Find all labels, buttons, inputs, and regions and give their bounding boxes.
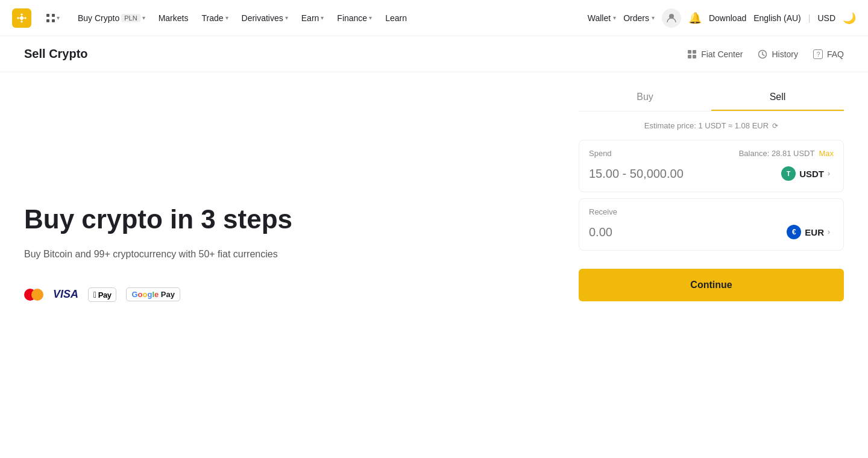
profile-button[interactable] xyxy=(662,8,681,28)
wallet-button[interactable]: Wallet ▾ xyxy=(588,13,616,23)
svg-rect-9 xyxy=(693,55,696,58)
earn-chevron: ▾ xyxy=(321,14,324,21)
right-panel: Buy Sell Estimate price: 1 USDT ≈ 1.08 E… xyxy=(579,72,844,458)
tab-buy[interactable]: Buy xyxy=(579,84,711,111)
navbar: ▾ Buy Crypto PLN ▾ Markets Trade ▾ Deriv… xyxy=(0,0,868,36)
nav-right: Wallet ▾ Orders ▾ 🔔 Download English (AU… xyxy=(588,8,856,28)
spend-input[interactable] xyxy=(589,167,778,181)
svg-rect-6 xyxy=(688,50,691,54)
svg-rect-3 xyxy=(46,19,49,22)
history-button[interactable]: History xyxy=(757,49,798,60)
nav-derivatives[interactable]: Derivatives ▾ xyxy=(236,10,294,27)
eur-icon: € xyxy=(787,225,801,239)
orders-chevron: ▾ xyxy=(652,14,655,21)
download-button[interactable]: Download xyxy=(709,13,746,23)
wallet-chevron: ▾ xyxy=(613,14,616,21)
nav-markets[interactable]: Markets xyxy=(153,10,195,27)
continue-button[interactable]: Continue xyxy=(579,269,844,301)
spend-label-row: Spend Balance: 28.81 USDT Max xyxy=(589,149,834,158)
nav-trade[interactable]: Trade ▾ xyxy=(195,10,234,27)
svg-text:?: ? xyxy=(816,51,820,58)
theme-toggle[interactable]: 🌙 xyxy=(843,11,856,25)
refresh-icon[interactable]: ⟳ xyxy=(772,122,778,130)
spend-balance: Balance: 28.81 USDT Max xyxy=(739,149,834,158)
subheader: Sell Crypto Fiat Center History xyxy=(0,36,868,72)
logo[interactable] xyxy=(12,8,31,28)
payment-icons: VISA  Pay Google Pay xyxy=(24,286,555,304)
spend-currency-name: USDT xyxy=(799,169,824,179)
page-title: Sell Crypto xyxy=(24,47,88,61)
orders-button[interactable]: Orders ▾ xyxy=(623,13,655,23)
estimate-price-text: Estimate price: 1 USDT ≈ 1.08 EUR xyxy=(644,121,769,130)
receive-label-row: Receive xyxy=(589,207,834,216)
clock-icon xyxy=(757,49,768,60)
derivatives-chevron: ▾ xyxy=(285,14,288,21)
svg-rect-4 xyxy=(52,19,55,22)
svg-rect-7 xyxy=(693,50,696,54)
subheader-actions: Fiat Center History ? FAQ xyxy=(687,49,844,60)
receive-currency-selector[interactable]: € EUR › xyxy=(783,222,834,242)
estimate-price-row: Estimate price: 1 USDT ≈ 1.08 EUR ⟳ xyxy=(579,121,844,130)
locale-divider: | xyxy=(808,13,811,23)
spend-currency-chevron: › xyxy=(828,169,830,178)
max-button[interactable]: Max xyxy=(819,149,834,158)
spend-field-container: Spend Balance: 28.81 USDT Max T USDT › xyxy=(579,140,844,192)
nav-earn[interactable]: Earn ▾ xyxy=(295,10,330,27)
applepay-icon:  Pay xyxy=(88,286,116,304)
question-icon: ? xyxy=(813,49,823,60)
buy-crypto-chevron: ▾ xyxy=(142,14,145,21)
pln-badge: PLN xyxy=(121,14,140,22)
receive-currency-chevron: › xyxy=(828,228,830,236)
visa-icon: VISA xyxy=(53,286,78,304)
spend-input-row: T USDT › xyxy=(589,164,834,183)
receive-input-row: € EUR › xyxy=(589,222,834,242)
nav-learn[interactable]: Learn xyxy=(379,10,413,27)
main-content: Buy crypto in 3 steps Buy Bitcoin and 99… xyxy=(0,72,868,458)
usdt-icon: T xyxy=(781,166,796,181)
left-panel: Buy crypto in 3 steps Buy Bitcoin and 99… xyxy=(24,72,579,458)
nav-buy-crypto[interactable]: Buy Crypto PLN ▾ xyxy=(72,10,151,27)
hero-title: Buy crypto in 3 steps xyxy=(24,204,555,235)
trade-tabs: Buy Sell xyxy=(579,84,844,111)
svg-rect-2 xyxy=(52,14,55,17)
svg-rect-1 xyxy=(46,14,49,17)
receive-field-container: Receive € EUR › xyxy=(579,198,844,251)
finance-chevron: ▾ xyxy=(369,14,372,21)
trade-chevron: ▾ xyxy=(225,14,228,21)
grid-menu-button[interactable]: ▾ xyxy=(41,11,64,25)
receive-input[interactable] xyxy=(589,225,783,239)
spend-label: Spend xyxy=(589,149,612,158)
nav-links: Buy Crypto PLN ▾ Markets Trade ▾ Derivat… xyxy=(72,10,585,27)
grid-icon xyxy=(687,49,697,60)
locale-selector[interactable]: English (AU) xyxy=(753,13,801,23)
googlepay-icon: Google Pay xyxy=(126,286,180,304)
receive-currency-name: EUR xyxy=(805,227,824,237)
spend-currency-selector[interactable]: T USDT › xyxy=(778,164,834,183)
fiat-center-button[interactable]: Fiat Center xyxy=(687,49,743,60)
faq-button[interactable]: ? FAQ xyxy=(813,49,844,60)
hero-subtitle: Buy Bitcoin and 99+ cryptocurrency with … xyxy=(24,247,555,262)
receive-label: Receive xyxy=(589,207,617,216)
mastercard-icon xyxy=(24,286,43,304)
tab-sell[interactable]: Sell xyxy=(711,84,844,111)
currency-selector-nav[interactable]: USD xyxy=(817,13,835,23)
svg-rect-8 xyxy=(688,55,691,58)
nav-finance[interactable]: Finance ▾ xyxy=(331,10,378,27)
notifications-button[interactable]: 🔔 xyxy=(688,11,702,25)
